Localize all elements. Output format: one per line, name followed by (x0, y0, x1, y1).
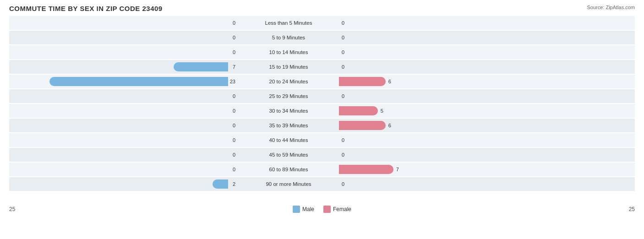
female-bar (339, 165, 393, 174)
bar-row: 0 35 to 39 Minutes 6 (9, 119, 635, 132)
chart-title: COMMUTE TIME BY SEX IN ZIP CODE 23409 (9, 5, 635, 12)
female-value: 7 (396, 167, 404, 172)
female-value: 0 (342, 137, 349, 143)
axis-label-right: 25 (621, 206, 635, 212)
left-section: 0 (9, 119, 238, 132)
female-value: 0 (342, 64, 349, 70)
male-value: 0 (228, 49, 235, 55)
bar-row: 0 25 to 29 Minutes 0 (9, 89, 635, 103)
right-section: 6 (339, 119, 568, 132)
right-section: 0 (339, 133, 568, 147)
right-section: 0 (339, 89, 568, 103)
bar-label: 30 to 34 Minutes (238, 108, 339, 114)
bar-row: 2 90 or more Minutes 0 (9, 177, 635, 191)
right-section: 0 (339, 148, 568, 162)
female-value: 5 (381, 108, 388, 114)
female-value: 0 (342, 35, 349, 40)
male-value: 0 (228, 108, 235, 114)
bar-label: 90 or more Minutes (238, 181, 339, 187)
left-section: 0 (9, 148, 238, 162)
legend-male-label: Male (302, 206, 314, 212)
female-bar (339, 106, 378, 115)
right-section: 0 (339, 31, 568, 44)
male-value: 0 (228, 20, 235, 26)
right-section: 0 (339, 16, 568, 30)
left-section: 0 (9, 104, 238, 118)
legend-female-box (323, 206, 331, 213)
left-section: 7 (9, 60, 238, 74)
male-value: 23 (228, 79, 235, 84)
axis-label-left: 25 (9, 206, 23, 212)
bar-row: 0 30 to 34 Minutes 5 (9, 104, 635, 118)
bars-area: 0 Less than 5 Minutes 0 0 5 to 9 Minutes… (9, 16, 635, 204)
male-value: 2 (228, 181, 235, 187)
male-value: 7 (228, 64, 235, 70)
male-bar (49, 77, 228, 86)
female-value: 0 (342, 152, 349, 158)
male-value: 0 (228, 137, 235, 143)
left-section: 0 (9, 133, 238, 147)
female-bar (339, 121, 386, 130)
bar-row: 0 40 to 44 Minutes 0 (9, 133, 635, 147)
right-section: 6 (339, 75, 568, 88)
female-value: 6 (388, 79, 396, 84)
male-value: 0 (228, 35, 235, 40)
left-section: 0 (9, 89, 238, 103)
chart-legend: Male Female (23, 206, 621, 213)
female-value: 0 (342, 181, 349, 187)
chart-container: COMMUTE TIME BY SEX IN ZIP CODE 23409 So… (0, 0, 644, 239)
bar-row: 7 15 to 19 Minutes 0 (9, 60, 635, 74)
legend-male: Male (293, 206, 314, 213)
bar-label: 40 to 44 Minutes (238, 137, 339, 143)
female-value: 6 (388, 123, 396, 128)
bar-row: 0 5 to 9 Minutes 0 (9, 31, 635, 44)
bar-row: 0 45 to 59 Minutes 0 (9, 148, 635, 162)
left-section: 23 (9, 75, 238, 88)
right-section: 0 (339, 45, 568, 59)
chart-footer: 25 Male Female 25 (9, 206, 635, 213)
bar-label: Less than 5 Minutes (238, 20, 339, 26)
female-value: 0 (342, 20, 349, 26)
male-value: 0 (228, 123, 235, 128)
male-value: 0 (228, 167, 235, 172)
right-section: 0 (339, 60, 568, 74)
female-bar (339, 77, 386, 86)
right-section: 0 (339, 177, 568, 191)
legend-female: Female (323, 206, 351, 213)
bar-label: 5 to 9 Minutes (238, 35, 339, 40)
bar-label: 10 to 14 Minutes (238, 49, 339, 55)
male-bar (213, 179, 228, 189)
left-section: 2 (9, 177, 238, 191)
male-bar (174, 62, 228, 71)
left-section: 0 (9, 31, 238, 44)
female-value: 0 (342, 93, 349, 99)
right-section: 5 (339, 104, 568, 118)
male-value: 0 (228, 93, 235, 99)
female-value: 0 (342, 49, 349, 55)
bar-row: 23 20 to 24 Minutes 6 (9, 75, 635, 88)
male-value: 0 (228, 152, 235, 158)
left-section: 0 (9, 45, 238, 59)
left-section: 0 (9, 16, 238, 30)
bar-row: 0 60 to 89 Minutes 7 (9, 163, 635, 176)
legend-female-label: Female (333, 206, 351, 212)
legend-male-box (293, 206, 300, 213)
source-label: Source: ZipAtlas.com (587, 5, 635, 10)
bar-label: 25 to 29 Minutes (238, 93, 339, 99)
left-section: 0 (9, 163, 238, 176)
bar-label: 45 to 59 Minutes (238, 152, 339, 158)
bar-label: 20 to 24 Minutes (238, 79, 339, 84)
bar-label: 35 to 39 Minutes (238, 123, 339, 128)
bar-row: 0 10 to 14 Minutes 0 (9, 45, 635, 59)
bar-row: 0 Less than 5 Minutes 0 (9, 16, 635, 30)
right-section: 7 (339, 163, 568, 176)
bar-label: 60 to 89 Minutes (238, 167, 339, 172)
bar-label: 15 to 19 Minutes (238, 64, 339, 70)
